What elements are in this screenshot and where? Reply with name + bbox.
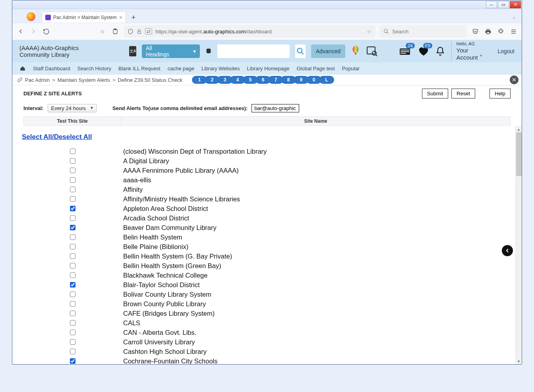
- headings-dropdown[interactable]: All Headings ▾: [142, 44, 200, 58]
- site-checkbox[interactable]: [70, 177, 75, 183]
- logout-link[interactable]: Logout: [497, 48, 515, 54]
- print-icon[interactable]: [484, 28, 492, 35]
- nav-link[interactable]: Search History: [77, 66, 111, 71]
- table-row: Affinity/Ministry Health Science Librari…: [22, 194, 512, 204]
- table-row: Cashton High School Library: [22, 347, 512, 356]
- site-checkbox[interactable]: [70, 168, 75, 173]
- site-name: Carroll University Library: [123, 338, 195, 346]
- site-checkbox[interactable]: [70, 301, 75, 307]
- tab-title: Pac Admin > Maintain System: [53, 15, 117, 20]
- site-checkbox[interactable]: [70, 196, 75, 202]
- site-name: (closed) Wisconsin Dept of Transportatio…: [123, 148, 267, 155]
- svg-point-2: [384, 29, 387, 33]
- site-checkbox[interactable]: [70, 349, 75, 354]
- clipboard-icon[interactable]: [111, 28, 120, 35]
- table-row: aaaa-ellis: [22, 175, 512, 185]
- send-alerts-input[interactable]: [252, 104, 299, 112]
- notifications-icon[interactable]: [435, 45, 445, 57]
- account-label: Your Account: [457, 47, 478, 61]
- site-checkbox[interactable]: [70, 187, 75, 192]
- home-icon[interactable]: [19, 66, 26, 71]
- site-checkbox[interactable]: [70, 263, 75, 268]
- nav-link[interactable]: Global Page test: [297, 66, 335, 71]
- site-checkbox[interactable]: [70, 253, 75, 259]
- site-checkbox[interactable]: [70, 244, 75, 249]
- extensions-icon[interactable]: [496, 28, 505, 35]
- site-checkbox[interactable]: [70, 320, 75, 326]
- browser-search-input[interactable]: [392, 29, 463, 35]
- site-checkbox[interactable]: [70, 206, 75, 211]
- site-checkbox[interactable]: [70, 292, 75, 297]
- chevron-down-icon: ˅: [480, 54, 483, 61]
- admin-search-icon[interactable]: [366, 45, 377, 57]
- bookmark-star-icon[interactable]: ☆: [367, 29, 371, 35]
- account-greeting: Hello, AG: [457, 41, 488, 46]
- app-search-input-wrap: [217, 44, 290, 58]
- site-checkbox[interactable]: [70, 282, 75, 288]
- window-close-button[interactable]: ✕: [510, 1, 521, 8]
- back-button[interactable]: [16, 28, 25, 35]
- reset-button[interactable]: Reset: [451, 89, 475, 98]
- send-alerts-label: Send Alerts To(use comma delimited email…: [112, 105, 248, 111]
- account-menu[interactable]: Hello, AG Your Account ˅: [451, 41, 488, 61]
- site-checkbox[interactable]: [70, 358, 75, 364]
- app-search-button[interactable]: [295, 44, 306, 58]
- site-checkbox[interactable]: [70, 311, 75, 316]
- database-icon[interactable]: [205, 48, 212, 55]
- new-tab-button[interactable]: +: [128, 12, 139, 23]
- select-all-link[interactable]: Select All/Deselect All: [22, 133, 92, 141]
- table-row: Blair-Taylor School District: [22, 280, 512, 290]
- scroll-up-icon[interactable]: ▴: [516, 126, 522, 132]
- table-row: Bellin Health System (Green Bay): [22, 261, 512, 270]
- url-bar[interactable]: ⇄ https://qa-stwi-agent.auto-graphics.co…: [124, 25, 375, 38]
- collapse-sidebar-button[interactable]: [502, 245, 513, 256]
- close-panel-button[interactable]: ✕: [510, 75, 519, 84]
- hamburger-menu-icon[interactable]: [509, 28, 518, 35]
- nav-link[interactable]: Library Websites: [201, 66, 240, 71]
- site-name: Affinity/Ministry Health Science Librari…: [123, 195, 240, 203]
- site-checkbox[interactable]: [70, 225, 75, 230]
- nav-link[interactable]: Blank ILL Request: [118, 66, 161, 71]
- language-icon[interactable]: 文A: [129, 46, 136, 56]
- site-checkbox[interactable]: [70, 234, 75, 240]
- nav-link[interactable]: Staff Dashboard: [33, 66, 70, 71]
- svg-point-4: [297, 48, 302, 53]
- app-search-input[interactable]: [221, 48, 286, 54]
- balloon-icon[interactable]: [351, 45, 360, 57]
- table-row: Belin Health System: [22, 232, 512, 242]
- breadcrumb-item[interactable]: Maintain System Alerts: [58, 77, 110, 83]
- browser-search-box[interactable]: [379, 25, 467, 38]
- scroll-down-icon[interactable]: ▾: [516, 358, 522, 364]
- site-checkbox[interactable]: [70, 339, 75, 345]
- favorites-icon[interactable]: F9: [418, 45, 429, 57]
- chevron-down-icon: ▾: [193, 48, 196, 54]
- lists-icon[interactable]: 24: [400, 45, 412, 57]
- interval-select[interactable]: Every 24 hours: [48, 104, 97, 112]
- tab-history-button[interactable]: ˅: [513, 17, 519, 23]
- nav-link[interactable]: Popular: [342, 66, 360, 71]
- site-checkbox[interactable]: [70, 215, 75, 221]
- scroll-thumb[interactable]: [516, 132, 522, 176]
- breadcrumb-item[interactable]: Define Z39.50 Status Check: [118, 77, 183, 83]
- nav-link[interactable]: Library Homepage: [247, 66, 290, 71]
- site-checkbox[interactable]: [70, 149, 75, 154]
- step-pill[interactable]: L: [319, 76, 334, 84]
- site-checkbox[interactable]: [70, 272, 75, 278]
- vertical-scrollbar[interactable]: ▴ ▾: [515, 126, 522, 364]
- site-checkbox[interactable]: [70, 330, 75, 335]
- pick-element-icon[interactable]: ☆: [98, 29, 107, 35]
- forward-button[interactable]: [29, 28, 38, 35]
- site-checkbox[interactable]: [70, 158, 75, 164]
- shield-icon: [128, 29, 134, 35]
- breadcrumb-item[interactable]: Pac Admin: [25, 77, 50, 83]
- pocket-icon[interactable]: [471, 28, 480, 35]
- browser-tab-active[interactable]: Pac Admin > Maintain System ×: [42, 12, 126, 23]
- reload-button[interactable]: [42, 28, 50, 35]
- submit-button[interactable]: Submit: [422, 89, 448, 98]
- window-maximize-button[interactable]: ▭: [498, 1, 509, 8]
- advanced-search-button[interactable]: Advanced: [311, 44, 345, 58]
- nav-link[interactable]: cache page: [168, 66, 194, 71]
- window-minimize-button[interactable]: ─: [486, 1, 497, 8]
- help-button[interactable]: Help: [489, 89, 511, 98]
- tab-close-icon[interactable]: ×: [119, 15, 122, 20]
